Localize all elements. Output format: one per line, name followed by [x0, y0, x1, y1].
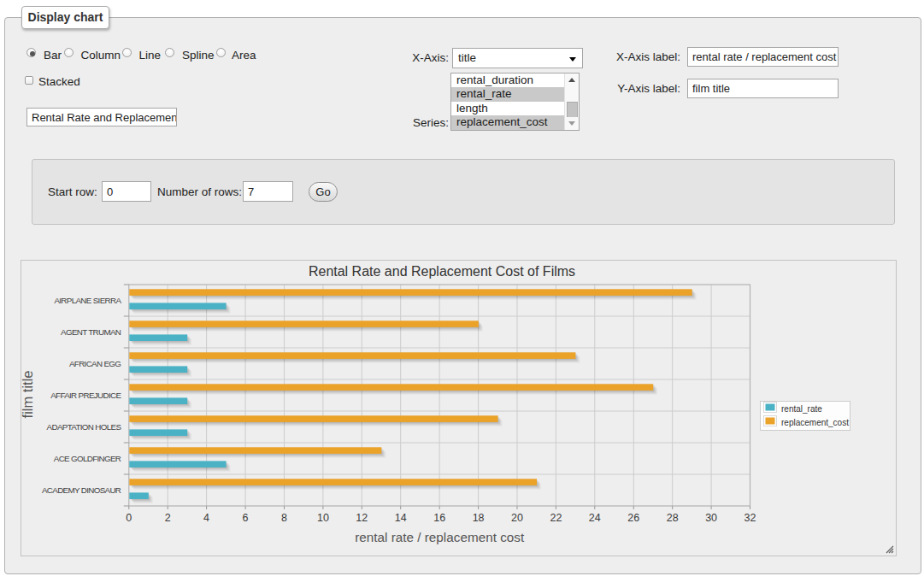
svg-text:28: 28 [667, 512, 679, 524]
svg-text:14: 14 [395, 512, 407, 524]
svg-text:10: 10 [317, 512, 329, 524]
svg-text:0: 0 [126, 512, 132, 524]
svg-text:AIRPLANE SIERRA: AIRPLANE SIERRA [54, 296, 121, 305]
svg-text:8: 8 [281, 512, 287, 524]
svg-text:Rental Rate and Replacement Co: Rental Rate and Replacement Cost of Film… [309, 264, 575, 279]
svg-text:ADAPTATION HOLES: ADAPTATION HOLES [47, 422, 122, 432]
svg-text:ACADEMY DINOSAUR: ACADEMY DINOSAUR [42, 485, 121, 495]
svg-text:replacement_cost: replacement_cost [781, 418, 849, 427]
svg-text:20: 20 [511, 512, 523, 524]
svg-text:30: 30 [705, 512, 717, 524]
svg-text:24: 24 [589, 512, 601, 524]
svg-text:AFRICAN EGG: AFRICAN EGG [69, 359, 121, 368]
svg-text:rental rate / replacement cost: rental rate / replacement cost [355, 530, 525, 544]
svg-text:rental_rate: rental_rate [781, 404, 822, 414]
svg-text:26: 26 [627, 512, 639, 524]
svg-text:18: 18 [473, 512, 485, 524]
svg-text:32: 32 [744, 512, 756, 524]
svg-text:film title: film title [21, 371, 35, 419]
svg-text:AGENT TRUMAN: AGENT TRUMAN [61, 327, 121, 337]
svg-text:22: 22 [550, 512, 562, 524]
svg-text:12: 12 [356, 512, 368, 524]
svg-text:AFFAIR PREJUDICE: AFFAIR PREJUDICE [50, 391, 121, 400]
svg-text:2: 2 [165, 512, 171, 524]
svg-text:4: 4 [203, 512, 209, 524]
svg-text:6: 6 [243, 512, 249, 524]
svg-text:ACE GOLDFINGER: ACE GOLDFINGER [54, 454, 121, 463]
svg-text:16: 16 [433, 512, 445, 524]
